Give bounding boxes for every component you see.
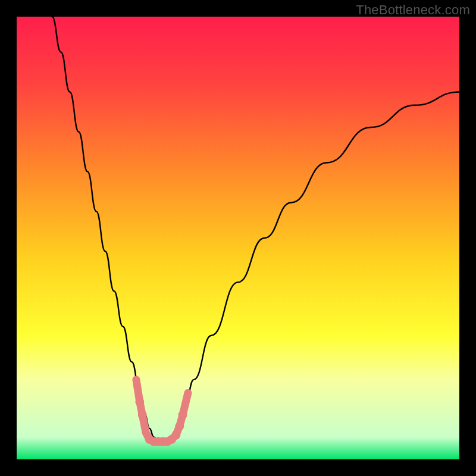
watermark-label: TheBottleneck.com <box>356 2 470 18</box>
chart-frame <box>17 17 459 459</box>
highlight-dot <box>184 389 192 396</box>
highlight-dot <box>138 411 147 419</box>
highlight-dot <box>175 422 184 431</box>
highlight-dot <box>133 376 140 383</box>
highlight-dot <box>135 397 144 406</box>
highlight-dot <box>171 431 180 440</box>
highlight-dot <box>178 411 187 419</box>
chart-svg <box>17 17 459 459</box>
chart-background <box>17 17 459 459</box>
